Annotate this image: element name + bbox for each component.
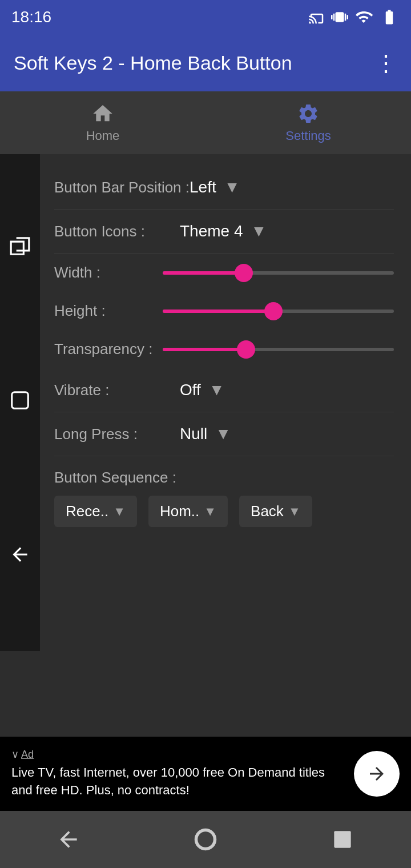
ad-text: Live TV, fast Internet, over 10,000 free…: [11, 765, 325, 797]
long-press-label: Long Press :: [54, 425, 180, 443]
long-press-row: Long Press : Null ▼: [54, 412, 394, 456]
ad-banner: ∨ Ad Live TV, fast Internet, over 10,000…: [0, 737, 411, 811]
sidebar-home-icon: [9, 389, 31, 416]
sequence-back-button[interactable]: Back ▼: [239, 496, 312, 527]
tab-settings[interactable]: Settings: [206, 91, 411, 154]
button-bar-position-value: Left: [190, 178, 216, 196]
width-slider-thumb: [235, 264, 253, 282]
sidebar-back-icon: [9, 544, 31, 570]
ad-badge-text: Ad: [21, 749, 34, 761]
height-slider-fill: [163, 310, 273, 313]
nav-home-button[interactable]: [193, 827, 218, 852]
svg-rect-0: [12, 392, 29, 409]
status-icons: [308, 9, 400, 26]
vibrate-row: Vibrate : Off ▼: [54, 368, 394, 412]
button-sequence-section: Button Sequence : Rece.. ▼ Hom.. ▼ Back …: [54, 456, 394, 533]
long-press-arrow: ▼: [215, 425, 231, 443]
nav-recents-icon: [330, 827, 355, 852]
vibrate-value: Off: [180, 381, 201, 399]
sequence-recent-label: Rece..: [66, 503, 108, 520]
long-press-value: Null: [180, 425, 207, 443]
transparency-slider[interactable]: [163, 348, 394, 351]
button-icons-arrow: ▼: [251, 222, 267, 240]
more-options-button[interactable]: ⋮: [374, 50, 397, 76]
sidebar-recent-icon: [9, 235, 31, 262]
sequence-recent-button[interactable]: Rece.. ▼: [54, 496, 137, 527]
transparency-label: Transparency :: [54, 340, 157, 358]
ad-arrow-icon: [366, 763, 387, 784]
width-slider-fill: [163, 271, 244, 275]
sequence-back-label: Back: [251, 503, 284, 520]
height-slider[interactable]: [163, 310, 394, 313]
cast-icon: [308, 9, 325, 26]
tab-home[interactable]: Home: [0, 91, 206, 154]
battery-icon: [379, 9, 400, 26]
vibrate-icon: [331, 9, 348, 26]
transparency-slider-fill: [163, 348, 246, 351]
app-bar: Soft Keys 2 - Home Back Button ⋮: [0, 34, 411, 91]
button-bar-position-row: Button Bar Position : Left ▼: [54, 166, 394, 210]
sequence-buttons-row: Rece.. ▼ Hom.. ▼ Back ▼: [54, 496, 394, 527]
nav-back-button[interactable]: [56, 827, 81, 852]
nav-home-icon: [193, 827, 218, 852]
button-icons-value: Theme 4: [180, 222, 243, 240]
home-tab-icon: [91, 102, 114, 125]
button-bar-position-label: Button Bar Position :: [54, 179, 190, 196]
vibrate-dropdown[interactable]: Off ▼: [180, 381, 225, 399]
home-tab-label: Home: [86, 128, 120, 143]
height-slider-row: Height :: [54, 292, 394, 330]
ad-badge: ∨ Ad: [11, 748, 348, 761]
long-press-dropdown[interactable]: Null ▼: [180, 425, 231, 443]
button-bar-position-arrow: ▼: [224, 178, 240, 196]
button-icons-row: Button Icons : Theme 4 ▼: [54, 210, 394, 254]
vibrate-label: Vibrate :: [54, 381, 180, 399]
wifi-icon: [354, 9, 373, 26]
sequence-recent-arrow: ▼: [113, 504, 126, 519]
sequence-home-label: Hom..: [160, 503, 199, 520]
status-bar: 18:16: [0, 0, 411, 34]
nav-recents-button[interactable]: [330, 827, 355, 852]
height-slider-thumb: [264, 302, 283, 320]
svg-point-1: [196, 830, 215, 849]
ad-chevron-icon: ∨: [11, 748, 19, 761]
button-bar-position-dropdown[interactable]: Left ▼: [190, 178, 240, 196]
sidebar: [0, 154, 40, 651]
width-slider-row: Width :: [54, 254, 394, 292]
tab-bar: Home Settings: [0, 91, 411, 154]
sequence-home-button[interactable]: Hom.. ▼: [148, 496, 228, 527]
button-icons-label: Button Icons :: [54, 223, 180, 240]
width-slider[interactable]: [163, 271, 394, 275]
settings-content: Button Bar Position : Left ▼ Button Icon…: [37, 154, 411, 708]
ad-arrow-button[interactable]: [354, 751, 400, 797]
app-title: Soft Keys 2 - Home Back Button: [14, 52, 292, 74]
nav-back-icon: [56, 827, 81, 852]
transparency-slider-thumb: [237, 340, 255, 359]
status-time: 18:16: [11, 8, 51, 26]
button-sequence-label: Button Sequence :: [54, 469, 394, 487]
nav-bar: [0, 811, 411, 868]
height-label: Height :: [54, 302, 157, 320]
width-label: Width :: [54, 264, 157, 282]
button-icons-dropdown[interactable]: Theme 4 ▼: [180, 222, 267, 240]
svg-rect-2: [334, 831, 350, 847]
settings-tab-icon: [297, 102, 320, 125]
sequence-home-arrow: ▼: [204, 504, 216, 519]
sequence-back-arrow: ▼: [288, 504, 301, 519]
transparency-slider-row: Transparency :: [54, 330, 394, 368]
settings-tab-label: Settings: [285, 128, 331, 143]
vibrate-arrow: ▼: [209, 381, 225, 399]
ad-text-area: ∨ Ad Live TV, fast Internet, over 10,000…: [11, 748, 354, 799]
